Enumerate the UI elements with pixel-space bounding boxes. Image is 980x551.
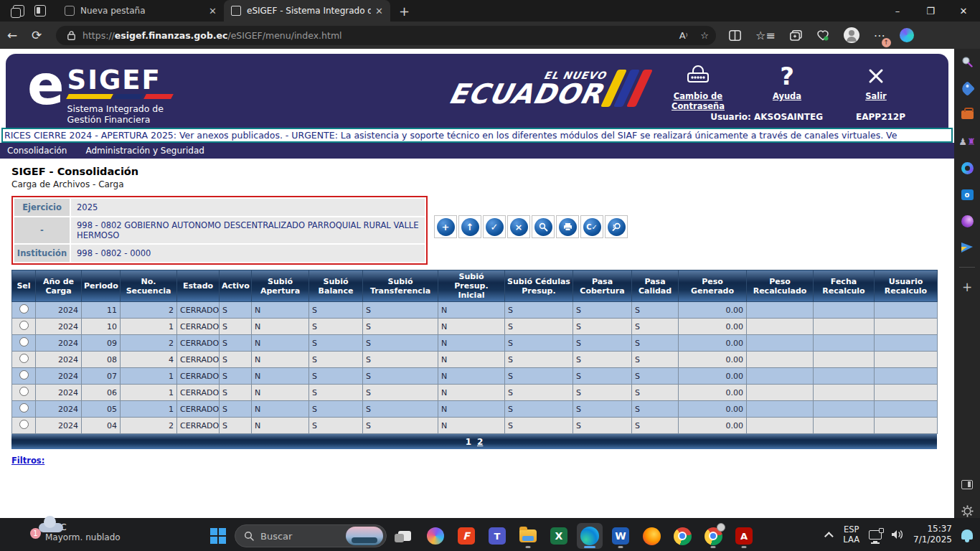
table-cell: S: [505, 302, 573, 319]
workspaces-icon[interactable]: [13, 5, 24, 17]
exit-button[interactable]: Salir: [845, 61, 907, 111]
acrobat-button[interactable]: A: [731, 523, 757, 549]
tab-close-icon[interactable]: ✕: [375, 6, 383, 17]
start-button[interactable]: [207, 524, 230, 547]
edge-button[interactable]: [577, 523, 603, 549]
table-cell: S: [363, 368, 438, 385]
print-button[interactable]: [556, 215, 579, 238]
row-select-radio[interactable]: [19, 370, 29, 380]
teams-button[interactable]: T: [484, 523, 510, 549]
sidebar-add-icon[interactable]: +: [960, 280, 974, 294]
delete-file-button[interactable]: ×: [507, 215, 530, 238]
table-cell: S: [220, 418, 252, 434]
menu-administracion[interactable]: Administración y Seguridad: [85, 146, 204, 156]
refresh-icon[interactable]: ⟳: [24, 28, 49, 42]
sidebar-designer-icon[interactable]: [960, 214, 974, 228]
sidebar-m365-icon[interactable]: [960, 161, 974, 175]
chrome-button[interactable]: [669, 523, 695, 549]
minimize-button[interactable]: –: [881, 0, 914, 22]
address-bar[interactable]: https://esigef.finanzas.gob.ec/eSIGEF/me…: [56, 26, 716, 45]
row-select-radio[interactable]: [19, 337, 29, 347]
sidebar-tools-icon[interactable]: [960, 108, 974, 122]
desktop: Nueva pestaña ✕ eSIGEF - Sistema Integra…: [0, 0, 980, 551]
file-explorer-icon: [519, 529, 537, 542]
search-results-button[interactable]: [605, 215, 628, 238]
task-view-button[interactable]: [392, 523, 418, 549]
help-button[interactable]: ? Ayuda: [756, 61, 818, 111]
sidebar-search-icon[interactable]: [960, 55, 974, 69]
row-select-radio[interactable]: [19, 321, 29, 330]
more-menu-icon[interactable]: ⋯↑: [874, 29, 885, 42]
copilot-app-button[interactable]: [423, 523, 448, 549]
validate-file-button[interactable]: ✓: [483, 215, 506, 238]
collections-icon[interactable]: [790, 30, 802, 41]
form-value-entidad[interactable]: 998 - 0802 GOBIERNO AUTONOMO DESCENTRALI…: [71, 217, 425, 243]
profile-avatar[interactable]: [844, 27, 859, 43]
selection-form: Ejercicio 2025 - 998 - 0802 GOBIERNO AUT…: [11, 196, 428, 265]
confirm-quality-button[interactable]: C✓: [580, 215, 603, 238]
notification-bell-icon[interactable]: [961, 529, 973, 540]
tab-close-icon[interactable]: ✕: [209, 6, 217, 17]
close-button[interactable]: ✕: [947, 0, 980, 22]
back-icon[interactable]: ←: [0, 28, 24, 42]
update-badge: ↑: [882, 38, 891, 47]
table-cell: S: [220, 319, 252, 335]
split-screen-icon[interactable]: [729, 30, 741, 41]
copilot-icon[interactable]: [900, 28, 914, 42]
sidebar-messenger-icon[interactable]: [960, 240, 974, 255]
sidebar-shopping-icon[interactable]: [960, 81, 974, 95]
file-explorer-button[interactable]: [515, 523, 541, 549]
table-cell: S: [632, 319, 679, 335]
table-cell: CERRADO: [177, 418, 220, 434]
weather-widget[interactable]: 1 18°C Mayorm. nublado: [39, 522, 121, 542]
favorites-icon[interactable]: ☆≡: [755, 29, 776, 42]
filters-link[interactable]: Filtros:: [11, 456, 44, 466]
sidebar-settings-icon[interactable]: [960, 504, 974, 518]
new-tab-button[interactable]: +: [399, 4, 410, 19]
preview-file-button[interactable]: [532, 215, 555, 238]
table-cell: S: [573, 302, 632, 319]
tab-nueva-pestana[interactable]: Nueva pestaña ✕: [57, 0, 224, 22]
row-select-radio[interactable]: [19, 304, 29, 314]
volume-icon[interactable]: [891, 529, 904, 540]
favorite-star-icon[interactable]: ☆: [700, 30, 709, 41]
network-icon[interactable]: [869, 530, 882, 540]
row-select-radio[interactable]: [19, 387, 29, 396]
new-file-button[interactable]: +: [434, 215, 457, 238]
foxit-button[interactable]: F: [453, 523, 479, 549]
chrome-profile-button[interactable]: [700, 523, 726, 549]
firefox-button[interactable]: [639, 523, 664, 549]
word-icon: W: [612, 527, 629, 545]
form-value-ejercicio[interactable]: 2025: [71, 199, 425, 216]
table-cell: S: [573, 319, 632, 335]
row-select-radio[interactable]: [19, 403, 29, 413]
page-link-2[interactable]: 2: [477, 437, 483, 447]
change-password-button[interactable]: Cambio de Contraseña: [667, 61, 729, 111]
excel-button[interactable]: X: [546, 523, 572, 549]
edge-sidebar: ♟♜ o +: [954, 49, 980, 518]
sidebar-toggle-icon[interactable]: [960, 477, 974, 491]
form-value-institucion[interactable]: 998 - 0802 - 0000: [71, 245, 425, 262]
tab-title: Nueva pestaña: [80, 6, 204, 16]
menu-consolidacion[interactable]: Consolidación: [7, 146, 67, 156]
word-button[interactable]: W: [608, 523, 633, 549]
upload-file-button[interactable]: ↑: [458, 215, 481, 238]
new-file-icon: +: [437, 218, 455, 236]
tab-esigef[interactable]: eSIGEF - Sistema Integrado de G ✕: [224, 0, 390, 22]
sidebar-outlook-icon[interactable]: o: [960, 187, 974, 202]
read-aloud-icon[interactable]: A⁾: [679, 30, 688, 41]
table-cell: [814, 335, 875, 352]
taskbar-search[interactable]: Buscar: [235, 524, 387, 547]
sidebar-games-icon[interactable]: ♟♜: [960, 134, 974, 149]
tab-actions-icon[interactable]: [34, 5, 46, 17]
table-cell: [875, 352, 938, 368]
row-select-radio[interactable]: [19, 420, 29, 429]
table-cell: S: [363, 319, 438, 335]
row-select-radio[interactable]: [19, 354, 29, 363]
browser-essentials-icon[interactable]: [816, 30, 829, 41]
maximize-button[interactable]: ❐: [914, 0, 947, 22]
clock[interactable]: 15:37 7/1/2025: [913, 524, 952, 545]
table-cell: S: [573, 385, 632, 401]
language-indicator[interactable]: ESPLAA: [843, 524, 859, 545]
tray-expand-icon[interactable]: [824, 532, 834, 541]
